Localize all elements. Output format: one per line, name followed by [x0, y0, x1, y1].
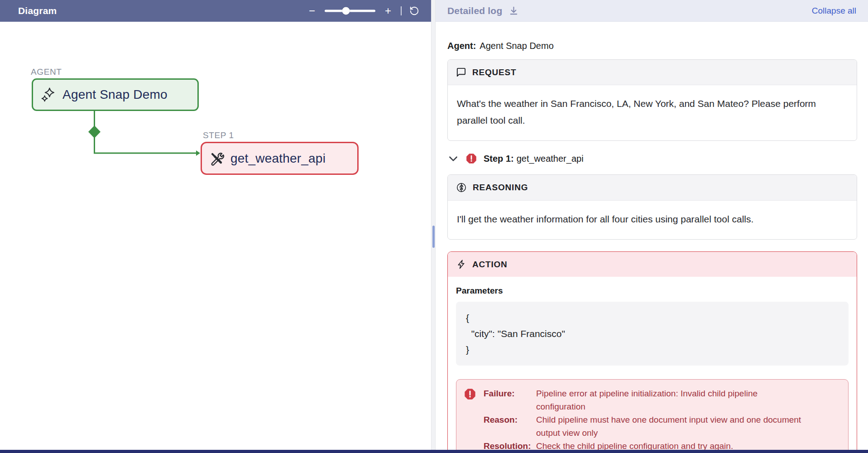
- panel-splitter[interactable]: [431, 0, 436, 453]
- step-row-label: Step 1:: [484, 154, 514, 164]
- agent-node-label: AGENT: [31, 67, 62, 77]
- request-card: REQUEST What's the weather in San Franci…: [447, 59, 857, 141]
- action-card-body: Parameters { "city": "San Francisco" } F…: [448, 277, 857, 453]
- json-line: {: [466, 313, 469, 323]
- diagram-panel: Diagram − +: [0, 0, 431, 453]
- reasoning-card-body: I'll get the weather information for all…: [448, 201, 857, 239]
- json-line: "city": "San Francisco": [466, 328, 565, 339]
- tools-icon: [209, 151, 225, 166]
- log-body: Agent:Agent Snap Demo REQUEST What's the…: [436, 41, 868, 453]
- diagram-panel-title: Diagram: [18, 5, 57, 16]
- detailed-log-panel: Detailed log Collapse all Agent:Agent Sn…: [436, 0, 868, 453]
- request-text: What's the weather in San Francisco, LA,…: [457, 95, 833, 129]
- download-icon[interactable]: [508, 5, 519, 16]
- step-row-text: Step 1:get_weather_api: [484, 154, 584, 164]
- log-title: Detailed log: [447, 5, 502, 16]
- parameters-label: Parameters: [456, 286, 849, 296]
- agent-field-value: Agent Snap Demo: [480, 41, 553, 51]
- flow-diamond: [88, 125, 101, 138]
- zoom-controls: − +: [306, 0, 420, 22]
- reasoning-card: REASONING I'll get the weather informati…: [447, 174, 857, 240]
- zoom-slider-thumb[interactable]: [342, 7, 350, 15]
- reasoning-header-title: REASONING: [473, 183, 528, 193]
- toolbar-divider: [401, 6, 402, 15]
- json-line: }: [466, 344, 469, 355]
- failure-text: Pipeline error at pipeline initializatio…: [536, 387, 804, 413]
- step-row-name: get_weather_api: [517, 154, 584, 164]
- request-card-body: What's the weather in San Francisco, LA,…: [448, 85, 857, 140]
- zoom-out-button[interactable]: −: [306, 4, 318, 18]
- action-card: ACTION Parameters { "city": "San Francis…: [447, 251, 857, 453]
- reasoning-card-header: REASONING: [448, 175, 857, 201]
- reasoning-text: I'll get the weather information for all…: [457, 211, 848, 227]
- zoom-slider-track[interactable]: [325, 10, 375, 12]
- log-header: Detailed log Collapse all: [436, 0, 868, 22]
- error-octagon-icon: [465, 153, 477, 164]
- zoom-in-button[interactable]: +: [382, 4, 394, 18]
- failure-error-octagon-icon: [464, 387, 476, 453]
- request-header-title: REQUEST: [472, 67, 516, 77]
- zoom-slider[interactable]: [325, 4, 375, 18]
- agent-node-name: Agent Snap Demo: [62, 87, 168, 102]
- brain-icon: [456, 182, 467, 193]
- agent-summary-line: Agent:Agent Snap Demo: [447, 41, 857, 51]
- agent-field-label: Agent:: [447, 41, 476, 51]
- agent-node[interactable]: Agent Snap Demo: [32, 78, 199, 111]
- speech-bubble-icon: [456, 67, 466, 77]
- window-bottom-edge: [0, 450, 868, 453]
- request-card-header: REQUEST: [448, 60, 857, 85]
- failure-label: Failure:: [484, 387, 531, 413]
- reason-text: Child pipeline must have one document in…: [536, 413, 804, 439]
- action-card-header: ACTION: [448, 252, 857, 277]
- chevron-down-icon[interactable]: [447, 153, 459, 164]
- failure-details: Failure: Pipeline error at pipeline init…: [484, 387, 804, 453]
- failure-box: Failure: Pipeline error at pipeline init…: [456, 379, 849, 453]
- diagram-canvas[interactable]: AGENT Agent Snap Demo STEP 1: [0, 22, 431, 453]
- lightning-icon: [456, 259, 466, 270]
- collapse-all-link[interactable]: Collapse all: [812, 6, 856, 16]
- diagram-header: Diagram − +: [0, 0, 431, 22]
- scrollbar-thumb[interactable]: [432, 226, 435, 248]
- reason-label: Reason:: [484, 413, 531, 439]
- sparkles-icon: [40, 87, 57, 103]
- app-window: Diagram − +: [0, 0, 868, 453]
- reset-view-icon[interactable]: [408, 4, 420, 18]
- step-node[interactable]: get_weather_api: [201, 142, 359, 175]
- step-node-label: STEP 1: [203, 130, 234, 140]
- action-header-title: ACTION: [472, 260, 508, 270]
- step-log-row[interactable]: Step 1:get_weather_api: [447, 153, 857, 164]
- parameters-json: { "city": "San Francisco" }: [456, 302, 849, 366]
- step-node-name: get_weather_api: [230, 151, 326, 166]
